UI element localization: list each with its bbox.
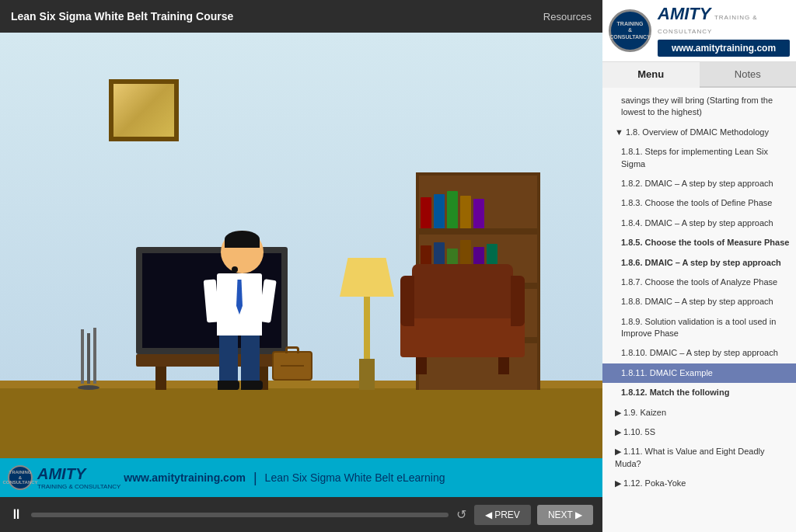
char-head [221,231,264,273]
menu-item-1-12[interactable]: ▶ 1.12. Poka-Yoke [602,474,796,493]
lamp-shade [340,258,394,297]
menu-item-1-8-12[interactable]: 1.8.12. Match the following [602,383,796,402]
char-arm-left [204,279,220,322]
brand-name: AMITY [658,4,710,23]
char-eye-left [232,266,238,273]
resources-button[interactable]: Resources [543,11,592,23]
chair-legs [400,357,525,374]
chair-leg-left [416,357,427,374]
menu-item-1-8[interactable]: ▼ 1.8. Overview of DMAIC Methodology [602,123,796,142]
tools-base [78,385,100,390]
menu-item-savings[interactable]: savings they will bring (Starting from t… [602,91,796,123]
menu-item-1-8-7[interactable]: 1.8.7. Choose the tools of Analyze Phase [602,273,796,292]
char-shoe-left [218,381,239,390]
tab-notes[interactable]: Notes [700,62,797,86]
brand-circle: TRAINING & CONSULTANCY [609,9,651,52]
char-leg-right [241,336,260,390]
books-row-3 [421,191,484,228]
chair-seat [400,318,525,357]
tool-1 [81,329,84,384]
menu-item-1-8-6[interactable]: 1.8.6. DMAIC – A step by step approach [602,253,796,273]
bottom-divider: | [253,470,257,486]
menu-content[interactable]: savings they will bring (Starting from t… [602,88,796,532]
bottom-url: www.amitytraining.com [124,471,246,484]
menu-item-1-11[interactable]: ▶ 1.11. What is Value and Eight Deadly M… [602,442,796,474]
menu-item-1-10[interactable]: ▶ 1.10. 5S [602,422,796,442]
char-tie [236,280,243,315]
tabs-row: Menu Notes [602,62,796,88]
menu-item-1-8-2[interactable]: 1.8.2. DMAIC – A step by step approach [602,174,796,193]
brand-url: www.amitytraining.com [658,40,790,57]
char-shoe-right [241,381,263,390]
briefcase-clasp [281,365,304,367]
char-pants [215,336,264,390]
lamp [340,258,394,390]
fireplace-tools [78,328,100,390]
chair-arm-left [400,276,414,326]
menu-item-1-8-10[interactable]: 1.8.10. DMAIC – A step by step approach [602,343,796,363]
char-hair [225,231,260,248]
controls-bar: ⏸ ↺ ◀ PREV NEXT ▶ [0,497,602,532]
chair-arm-right [511,276,525,326]
char-smile [229,262,256,264]
chair-back [412,264,513,326]
play-pause-button[interactable]: ⏸ [9,506,23,523]
brand-area: TRAINING & CONSULTANCY AMITY TRAINING & … [602,0,796,62]
main-container: Lean Six Sigma White Belt Training Cours… [0,0,796,532]
floor [0,388,602,458]
brand-name-small: AMITY TRAINING & CONSULTANCY [37,465,120,490]
brand-circle-small: TRAINING & CONSULTANCY [8,465,33,490]
menu-item-1-8-1[interactable]: 1.8.1. Steps for implementing Lean Six S… [602,142,796,174]
menu-item-1-8-3[interactable]: 1.8.3. Choose the tools of Define Phase [602,193,796,213]
tab-menu[interactable]: Menu [602,62,700,88]
brand-circle-inner-small: TRAINING & CONSULTANCY [2,470,37,485]
lamp-pole [364,297,370,359]
character [222,231,270,390]
bottom-bar: TRAINING & CONSULTANCY AMITY TRAINING & … [0,458,602,497]
menu-item-1-8-5[interactable]: 1.8.5. Choose the tools of Measure Phase [602,233,796,252]
char-shirt [217,273,262,336]
char-body-area [215,273,264,390]
picture-inner [113,84,174,137]
bottom-tagline: Lean Six Sigma White Belt eLearning [265,471,445,484]
picture-frame [109,79,179,141]
stand-leg-left [155,367,166,390]
armchair [400,264,525,374]
briefcase-handle [285,346,299,353]
nav-buttons: ◀ PREV NEXT ▶ [474,505,593,525]
brand-sub-small: TRAINING & CONSULTANCY [37,483,120,490]
course-title: Lean Six Sigma White Belt Training Cours… [11,10,233,23]
prev-button[interactable]: ◀ PREV [474,505,531,525]
brand-info: AMITY TRAINING & CONSULTANCY www.amitytr… [658,5,790,57]
char-briefcase [272,351,312,381]
tools-group [81,328,96,384]
shelf-3 [416,228,540,235]
char-leg-left [219,336,238,390]
brand-logo-small: TRAINING & CONSULTANCY AMITY TRAINING & … [8,465,120,490]
right-panel: TRAINING & CONSULTANCY AMITY TRAINING & … [602,0,796,532]
menu-item-1-8-9[interactable]: 1.8.9. Solution validation is a tool use… [602,312,796,344]
chair-leg-right [498,357,509,374]
menu-item-1-8-8[interactable]: 1.8.8. DMAIC – A step by step approach [602,292,796,311]
amity-name-small: AMITY [37,465,86,482]
menu-item-1-8-4[interactable]: 1.8.4. DMAIC – A step by step approach [602,214,796,233]
lamp-base [359,359,375,390]
scene [0,33,602,458]
video-frame [0,33,602,458]
next-button[interactable]: NEXT ▶ [537,505,593,525]
tool-3 [93,328,96,384]
tool-2 [87,333,90,384]
progress-bar[interactable] [31,513,449,517]
refresh-button[interactable]: ↺ [456,507,466,522]
brand-circle-text: TRAINING & CONSULTANCY [609,21,651,40]
video-area: Lean Six Sigma White Belt Training Cours… [0,0,602,532]
menu-item-1-8-11[interactable]: 1.8.11. DMAIC Example [602,363,796,383]
top-bar: Lean Six Sigma White Belt Training Cours… [0,0,602,33]
menu-item-1-9[interactable]: ▶ 1.9. Kaizen [602,403,796,422]
